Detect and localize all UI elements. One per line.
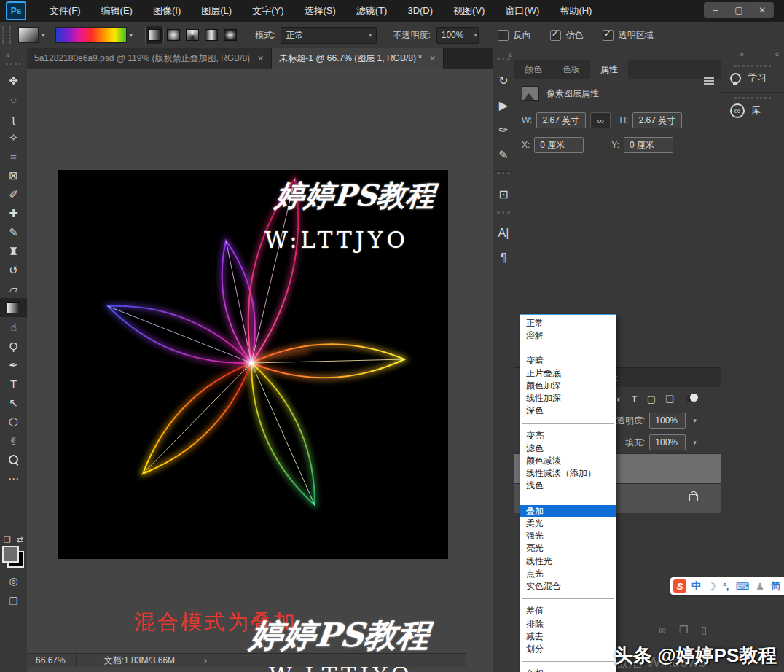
layer-opacity-field[interactable]: 100%: [649, 413, 686, 429]
ime-lang[interactable]: 中: [691, 579, 701, 593]
menu-file[interactable]: 文件(F): [39, 0, 91, 22]
menu-window[interactable]: 窗口(W): [495, 0, 549, 22]
ime-user[interactable]: ♟: [756, 581, 764, 592]
width-field[interactable]: 2.67 英寸: [536, 112, 586, 128]
gradient-radial[interactable]: [165, 26, 182, 44]
tab-document-2[interactable]: 未标题-1 @ 66.7% (图层 1, RGB/8) * ✕: [272, 48, 444, 69]
menu-3d[interactable]: 3D(D): [397, 0, 443, 22]
brush-settings-panel-icon[interactable]: ✑: [493, 117, 514, 142]
menu-edit[interactable]: 编辑(E): [91, 0, 143, 22]
path-selection-tool[interactable]: ↖: [0, 393, 27, 412]
chevron-down-icon[interactable]: ▾: [693, 439, 697, 446]
filter-pixel-icon[interactable]: ◐: [616, 394, 622, 405]
eyedropper-tool[interactable]: ✐: [0, 184, 27, 203]
chevron-down-icon[interactable]: ▾: [42, 31, 45, 39]
status-chevron-icon[interactable]: ›: [204, 655, 207, 665]
filter-smart-icon[interactable]: ❏: [665, 394, 674, 405]
menu-select[interactable]: 选择(S): [294, 0, 345, 22]
expand-panels-icon[interactable]: «: [508, 51, 511, 59]
history-panel-icon[interactable]: ↻: [493, 68, 514, 93]
pen-tool[interactable]: ✒: [0, 355, 27, 374]
collapse-dock-icon[interactable]: »: [740, 50, 743, 58]
blend-mode-select[interactable]: 正常 ▾: [281, 27, 377, 44]
delete-layer-icon[interactable]: ▯: [701, 624, 707, 636]
ime-moon[interactable]: ☽: [707, 581, 716, 592]
move-tool[interactable]: ✥: [0, 71, 27, 90]
zoom-level-field[interactable]: 66.67%: [27, 654, 77, 667]
ime-simplified[interactable]: 简: [771, 579, 780, 593]
brushes-panel-icon[interactable]: ✎: [493, 142, 514, 167]
tab-close-icon[interactable]: ✕: [257, 54, 264, 63]
tab-swatches[interactable]: 色板: [552, 60, 590, 79]
tab-document-1[interactable]: 5a1282180e6a9.psd @ 119% (版权禁止叠加图, RGB/8…: [27, 48, 272, 69]
libraries-panel[interactable]: ∞ 库: [721, 92, 784, 125]
expand-dock-icon[interactable]: «: [775, 50, 778, 58]
smudge-tool[interactable]: ☝: [0, 317, 27, 336]
menu-help[interactable]: 帮助(H): [549, 0, 602, 22]
close-button[interactable]: ✕: [750, 2, 774, 18]
collapse-toolbar-icon[interactable]: »: [6, 51, 9, 59]
marquee-tool[interactable]: ◌: [0, 90, 27, 109]
actions-panel-icon[interactable]: ▶: [493, 93, 514, 117]
quick-mask-button[interactable]: ◎: [9, 575, 17, 587]
chevron-down-icon[interactable]: ▾: [130, 31, 133, 39]
new-group-icon[interactable]: ❒: [679, 624, 689, 636]
healing-brush-tool[interactable]: ✚: [0, 203, 27, 222]
link-dimensions-icon[interactable]: ∞: [590, 112, 611, 128]
layer-fill-field[interactable]: 100%: [649, 434, 686, 450]
gradient-tool[interactable]: [0, 298, 27, 317]
y-field[interactable]: 0 厘米: [624, 137, 673, 153]
quick-selection-tool[interactable]: ✧: [0, 128, 27, 146]
menu-view[interactable]: 视图(V): [443, 0, 495, 22]
chevron-down-icon[interactable]: ▾: [693, 417, 697, 424]
gradient-linear[interactable]: [146, 26, 163, 44]
gradient-preview[interactable]: [55, 27, 127, 43]
shape-tool[interactable]: ⬡: [0, 412, 27, 431]
type-tool[interactable]: T: [0, 374, 27, 393]
menu-type[interactable]: 文字(Y): [242, 0, 294, 22]
foreground-color-swatch[interactable]: [2, 546, 19, 563]
filter-shape-icon[interactable]: ▢: [647, 394, 656, 405]
brush-tool[interactable]: ✎: [0, 222, 27, 241]
tab-close-icon[interactable]: ✕: [429, 54, 436, 63]
lasso-tool[interactable]: ʅ: [0, 109, 27, 128]
character-panel-icon[interactable]: A|: [493, 221, 514, 246]
x-field[interactable]: 0 厘米: [534, 137, 584, 153]
menu-image[interactable]: 图像(I): [143, 0, 191, 22]
menu-layer[interactable]: 图层(L): [191, 0, 242, 22]
gradient-diamond[interactable]: [222, 26, 239, 44]
filter-toggle[interactable]: [686, 396, 698, 402]
minimize-button[interactable]: –: [704, 2, 727, 18]
filter-type-icon[interactable]: T: [632, 394, 638, 405]
opacity-select[interactable]: 100% ▾: [436, 27, 479, 44]
dodge-tool[interactable]: Ϙ: [0, 336, 27, 355]
eraser-tool[interactable]: ▱: [0, 279, 27, 298]
transparency-checkbox[interactable]: 透明区域: [603, 29, 654, 42]
canvas-area[interactable]: 婷婷PS教程 W:LTTJYO 混合模式为叠加 婷婷PS教程 W:LTTJYO: [27, 69, 493, 672]
clone-stamp-tool[interactable]: ♜: [0, 241, 27, 260]
clone-source-panel-icon[interactable]: ⊡: [493, 181, 514, 206]
crop-tool[interactable]: ⌗: [0, 146, 27, 165]
height-field[interactable]: 2.67 英寸: [632, 112, 682, 128]
zoom-tool[interactable]: [0, 450, 27, 469]
reverse-checkbox[interactable]: 反向: [498, 29, 531, 42]
gradient-angle[interactable]: [184, 26, 201, 44]
panel-menu-icon[interactable]: [704, 77, 714, 79]
edit-toolbar[interactable]: ⋯: [0, 469, 27, 488]
history-brush-tool[interactable]: ↺: [0, 260, 27, 279]
tab-properties[interactable]: 属性: [590, 60, 628, 79]
menu-filter[interactable]: 滤镜(T): [346, 0, 398, 22]
hand-tool[interactable]: ✌: [0, 431, 27, 450]
ime-punct[interactable]: °,: [723, 581, 729, 592]
sogou-logo[interactable]: S: [673, 579, 686, 593]
frame-tool[interactable]: ⊠: [0, 165, 27, 184]
ime-keyboard[interactable]: ⌨: [735, 581, 749, 592]
paragraph-panel-icon[interactable]: ¶: [493, 246, 514, 270]
gradient-preset-thumbnail[interactable]: [18, 27, 39, 43]
maximize-button[interactable]: ▢: [727, 2, 750, 18]
gradient-reflected[interactable]: [203, 26, 220, 44]
learn-panel[interactable]: 学习: [721, 60, 784, 92]
link-layers-icon[interactable]: ∞: [659, 624, 666, 636]
screen-mode-button[interactable]: ❐: [9, 595, 18, 607]
tab-color[interactable]: 颜色: [514, 60, 552, 79]
